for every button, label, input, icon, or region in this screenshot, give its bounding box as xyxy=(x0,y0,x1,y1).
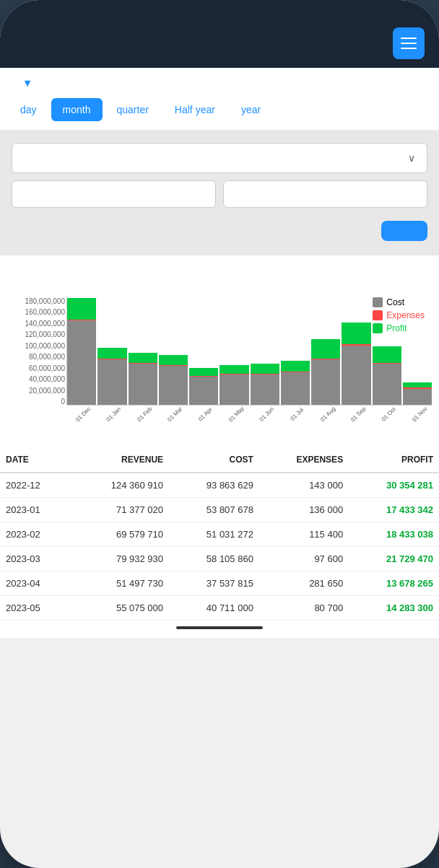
chart-y-labels: 180,000,000 160,000,000 140,000,000 120,… xyxy=(7,297,65,405)
bar-cost xyxy=(129,364,157,405)
stats-section xyxy=(0,255,439,284)
col-profit: PROFIT xyxy=(349,447,439,473)
tab-halfyear[interactable]: Half year xyxy=(163,98,227,121)
bar-cost xyxy=(311,359,340,405)
bar-profit xyxy=(159,355,188,365)
y-label-60: 60,000,000 xyxy=(7,364,65,372)
cell-5-3: 80 700 xyxy=(259,596,349,621)
col-date: DATE xyxy=(0,447,71,473)
bar-profit xyxy=(403,382,432,388)
bar-profit xyxy=(97,348,126,359)
bar-cost xyxy=(189,377,218,405)
bar-stack-5 xyxy=(220,365,248,405)
bar-stack-4 xyxy=(189,368,218,405)
bar-cost xyxy=(97,359,126,405)
bar-stack-10 xyxy=(373,346,401,405)
bar-group-0 xyxy=(67,297,96,405)
bar-stack-6 xyxy=(251,364,279,405)
bar-stack-3 xyxy=(159,355,188,405)
table-row: 2023-0379 932 93058 105 86097 60021 729 … xyxy=(0,547,439,571)
tab-quarter[interactable]: quarter xyxy=(105,98,160,121)
cell-5-1: 55 075 000 xyxy=(71,596,169,621)
bar-group-10 xyxy=(373,297,401,405)
cell-4-4: 13 678 265 xyxy=(349,571,439,596)
y-label-180: 180,000,000 xyxy=(7,297,65,305)
bar-cost xyxy=(251,374,279,405)
hamburger-line-2 xyxy=(401,43,417,44)
cell-1-3: 136 000 xyxy=(259,498,349,522)
cell-0-4: 30 354 281 xyxy=(349,473,439,498)
apply-button[interactable] xyxy=(381,221,427,241)
cell-1-0: 2023-01 xyxy=(0,498,71,522)
bar-profit xyxy=(251,364,279,374)
bar-stack-1 xyxy=(97,348,126,405)
bar-group-6 xyxy=(251,297,279,405)
tab-day[interactable]: day xyxy=(9,98,48,121)
to-date-group xyxy=(223,180,427,208)
bar-stack-2 xyxy=(129,353,157,405)
y-label-20: 20,000,000 xyxy=(7,387,65,395)
to-value[interactable] xyxy=(232,190,418,201)
date-range-select[interactable]: ∨ xyxy=(12,143,427,173)
hamburger-button[interactable] xyxy=(393,27,425,59)
from-date-group xyxy=(12,180,216,208)
chart-bars-area xyxy=(66,297,432,405)
bar-profit xyxy=(67,298,96,320)
bar-profit xyxy=(342,323,370,344)
apply-row xyxy=(12,215,427,244)
cell-3-2: 58 105 860 xyxy=(169,547,259,571)
tab-year[interactable]: year xyxy=(230,98,272,121)
bar-profit xyxy=(281,361,310,372)
cell-1-4: 17 433 342 xyxy=(349,498,439,522)
col-revenue: REVENUE xyxy=(71,447,169,473)
y-label-120: 120,000,000 xyxy=(7,330,65,338)
cell-0-0: 2022-12 xyxy=(0,473,71,498)
table-row: 2023-0171 377 02053 807 678136 00017 433… xyxy=(0,498,439,522)
bar-group-11 xyxy=(403,297,432,405)
cell-4-3: 281 650 xyxy=(259,571,349,596)
tab-month[interactable]: month xyxy=(51,98,103,121)
cell-1-2: 53 807 678 xyxy=(169,498,259,522)
bar-group-5 xyxy=(220,297,248,405)
bar-cost xyxy=(373,364,401,405)
cell-4-1: 51 497 730 xyxy=(71,571,169,596)
branch-selector[interactable]: ▾ xyxy=(25,76,30,89)
bar-cost xyxy=(342,346,370,405)
table-row: 2022-12124 360 91093 863 629143 00030 35… xyxy=(0,473,439,498)
table-row: 2023-0555 075 00040 711 00080 70014 283 … xyxy=(0,596,439,621)
cell-4-2: 37 537 815 xyxy=(169,571,259,596)
cell-4-0: 2023-04 xyxy=(0,571,71,596)
y-label-80: 80,000,000 xyxy=(7,353,65,361)
date-inputs xyxy=(12,180,427,208)
cell-3-0: 2023-03 xyxy=(0,547,71,571)
cell-0-3: 143 000 xyxy=(259,473,349,498)
cell-2-2: 51 031 272 xyxy=(169,522,259,547)
scrollbar-indicator[interactable] xyxy=(176,626,263,629)
table-row: 2023-0451 497 73037 537 815281 65013 678… xyxy=(0,571,439,596)
hamburger-line-3 xyxy=(401,48,417,49)
chevron-down-icon: ∨ xyxy=(408,152,415,164)
hamburger-line-1 xyxy=(401,38,417,39)
cell-5-2: 40 711 000 xyxy=(169,596,259,621)
y-label-0: 0 xyxy=(7,398,65,405)
bar-profit xyxy=(129,353,157,363)
table-row: 2023-0269 579 71051 031 272115 40018 433… xyxy=(0,522,439,547)
bar-profit xyxy=(373,346,401,363)
chart-container: Cost Expenses Profit 180,000,00 xyxy=(7,297,432,442)
bar-group-2 xyxy=(129,297,157,405)
cell-0-1: 124 360 910 xyxy=(71,473,169,498)
table-header-row: DATE REVENUE COST EXPENSES PROFIT xyxy=(0,447,439,473)
y-label-160: 160,000,000 xyxy=(7,308,65,316)
bar-group-4 xyxy=(189,297,218,405)
notch xyxy=(162,0,277,23)
main-content: ▾ day month quarter Half year year ∨ xyxy=(0,68,439,638)
from-value[interactable] xyxy=(21,190,207,201)
y-label-140: 140,000,000 xyxy=(7,320,65,328)
bar-stack-0 xyxy=(67,298,96,405)
bar-cost xyxy=(220,374,248,405)
data-table: DATE REVENUE COST EXPENSES PROFIT 2022-1… xyxy=(0,447,439,621)
y-label-100: 100,000,000 xyxy=(7,342,65,350)
cell-3-1: 79 932 930 xyxy=(71,547,169,571)
chart-section: Cost Expenses Profit 180,000,00 xyxy=(0,284,439,442)
bar-cost xyxy=(159,366,188,405)
